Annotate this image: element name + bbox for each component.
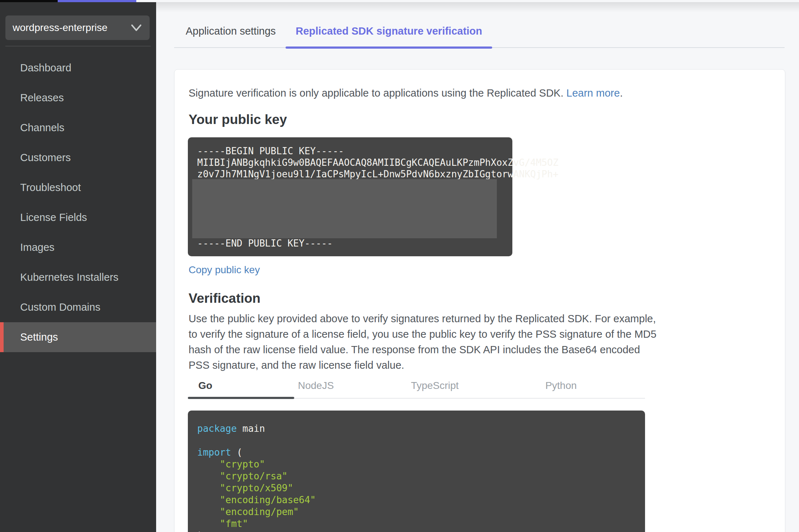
content-card: Signature verification is only applicabl…: [174, 69, 785, 532]
progress-bar: [58, 0, 136, 2]
code-keyword: package: [197, 423, 237, 434]
code-line: "crypto": [197, 458, 316, 470]
copy-public-key-link[interactable]: Copy public key: [189, 264, 260, 276]
code-line: ): [197, 530, 316, 532]
code-string: "crypto": [197, 459, 265, 470]
sidebar-item-dashboard[interactable]: Dashboard: [0, 53, 156, 83]
active-accent-bar: [0, 322, 4, 352]
sidebar-item-license-fields[interactable]: License Fields: [0, 203, 156, 232]
go-code-block: package main import ( "crypto" "crypto/r…: [188, 411, 645, 532]
sidebar-item-images[interactable]: Images: [0, 232, 156, 262]
app-selector-dropdown[interactable]: wordpress-enterprise: [5, 15, 150, 40]
code-line: [197, 435, 316, 447]
public-key-block: -----BEGIN PUBLIC KEY----- MIIBIjANBgkqh…: [188, 137, 512, 256]
sidebar-item-kubernetes-installers[interactable]: Kubernetes Installers: [0, 262, 156, 292]
sidebar-item-label: Customers: [20, 152, 71, 164]
sidebar-item-label: Custom Domains: [20, 301, 100, 313]
sidebar-item-label: Troubleshoot: [20, 182, 81, 194]
sidebar-nav: DashboardReleasesChannelsCustomersTroubl…: [0, 53, 156, 352]
sidebar-item-customers[interactable]: Customers: [0, 143, 156, 173]
code-string: "encoding/base64": [197, 495, 316, 505]
main-top-shade: [156, 2, 799, 12]
sidebar: wordpress-enterprise DashboardReleasesCh…: [0, 2, 156, 532]
intro-before: Signature verification is only applicabl…: [189, 87, 566, 99]
sidebar-item-label: Releases: [20, 92, 64, 104]
public-key-masked-region: [192, 179, 497, 238]
sidebar-item-label: Channels: [20, 122, 65, 134]
sidebar-item-releases[interactable]: Releases: [0, 83, 156, 113]
code-tab-go[interactable]: Go: [198, 378, 212, 393]
code-string: "crypto/x509": [197, 483, 293, 493]
app-selector-label: wordpress-enterprise: [13, 22, 107, 34]
intro-text: Signature verification is only applicabl…: [189, 85, 773, 101]
sidebar-item-label: Images: [20, 241, 54, 253]
sidebar-item-custom-domains[interactable]: Custom Domains: [0, 292, 156, 322]
sidebar-item-label: License Fields: [20, 212, 87, 223]
sidebar-item-label: Kubernetes Installers: [20, 271, 118, 283]
sidebar-item-troubleshoot[interactable]: Troubleshoot: [0, 173, 156, 203]
verification-text: Use the public key provided above to ver…: [189, 311, 657, 373]
code-line: "crypto/x509": [197, 482, 316, 494]
code-plain: (: [231, 447, 242, 458]
chevron-down-icon: [131, 24, 142, 32]
tab-label: Application settings: [186, 25, 276, 37]
public-key-heading: Your public key: [189, 112, 287, 127]
code-line: "crypto/rsa": [197, 470, 316, 482]
verification-heading: Verification: [189, 291, 260, 306]
sidebar-item-label: Dashboard: [20, 62, 71, 74]
code-string: "fmt": [197, 518, 248, 529]
go-code: package main import ( "crypto" "crypto/r…: [197, 423, 316, 532]
code-line: "fmt": [197, 518, 316, 530]
code-tab-nodejs[interactable]: NodeJS: [298, 378, 334, 393]
active-code-tab-underline: [188, 397, 294, 399]
code-plain: ): [197, 530, 203, 532]
code-tab-typescript[interactable]: TypeScript: [411, 378, 459, 393]
tab-label: Replicated SDK signature verification: [296, 25, 482, 37]
code-line: "encoding/pem": [197, 506, 316, 518]
code-string: "encoding/pem": [197, 506, 299, 517]
code-line: import (: [197, 447, 316, 458]
learn-more-link[interactable]: Learn more: [566, 87, 620, 99]
code-keyword: import: [197, 447, 231, 458]
top-strip-black: [0, 0, 58, 2]
sidebar-item-channels[interactable]: Channels: [0, 113, 156, 143]
code-tab-python[interactable]: Python: [545, 378, 577, 393]
code-line: "encoding/base64": [197, 494, 316, 506]
sidebar-divider: [5, 46, 151, 46]
tab-replicated-sdk-signature-verification[interactable]: Replicated SDK signature verification: [286, 14, 492, 48]
code-plain: main: [237, 423, 265, 434]
code-language-tabs: GoNodeJSTypeScriptPython: [175, 378, 786, 393]
tab-application-settings[interactable]: Application settings: [176, 14, 286, 48]
intro-after: .: [620, 87, 623, 99]
sidebar-item-settings[interactable]: Settings: [0, 322, 156, 352]
code-line: package main: [197, 423, 316, 435]
sidebar-item-label: Settings: [20, 331, 58, 343]
code-string: "crypto/rsa": [197, 471, 287, 482]
